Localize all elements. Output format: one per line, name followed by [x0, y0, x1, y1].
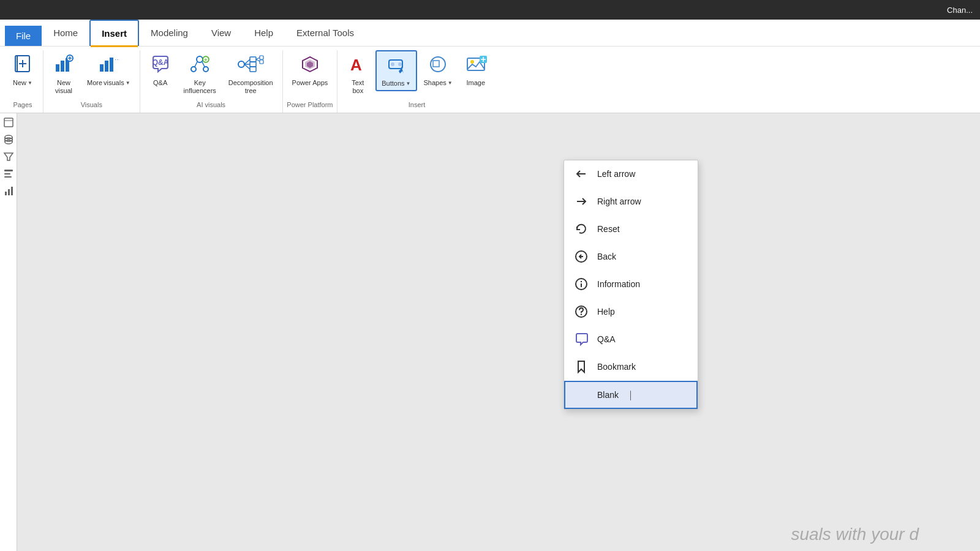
more-visuals-button[interactable]: ⋯ More visuals ▼	[81, 50, 136, 90]
ribbon-group-pages: New ▼ Pages	[2, 50, 43, 113]
svg-rect-60	[8, 189, 10, 195]
dropdown-qanda[interactable]: Q&A	[564, 326, 698, 353]
dropdown-right-arrow[interactable]: Right arrow	[564, 188, 698, 216]
sidebar-format-icon[interactable]	[2, 167, 15, 181]
dropdown-back[interactable]: Back	[564, 243, 698, 271]
shapes-label: Shapes	[424, 79, 447, 87]
tab-strip: File Home Insert Modeling View Help Exte…	[0, 20, 980, 47]
decomp-tree-icon	[236, 53, 265, 78]
right-arrow-label: Right arrow	[597, 197, 641, 206]
shapes-button[interactable]: Shapes ▼	[418, 50, 458, 90]
key-influencers-icon: +	[189, 53, 211, 78]
information-icon	[574, 277, 589, 291]
right-arrow-icon	[574, 194, 589, 209]
more-visuals-label2: visuals	[104, 79, 124, 87]
main-canvas: suals with your d	[17, 113, 980, 551]
key-influencers-button[interactable]: + Key influencers	[178, 50, 222, 98]
blank-cursor: │	[628, 391, 633, 400]
svg-text:A: A	[350, 56, 362, 74]
qa-button[interactable]: Q&A Q&A	[144, 50, 177, 90]
sidebar-filter-icon[interactable]	[2, 150, 15, 163]
svg-point-39	[398, 62, 402, 66]
svg-rect-11	[105, 61, 108, 72]
svg-point-15	[197, 56, 203, 62]
tab-modeling[interactable]: Modeling	[139, 20, 200, 46]
decomp-label2: tree	[228, 87, 273, 95]
new-visual-button[interactable]: New visual	[47, 50, 80, 98]
svg-rect-61	[11, 187, 13, 195]
decomp-label1: Decomposition	[228, 79, 273, 87]
tab-external-tools[interactable]: External Tools	[285, 20, 366, 46]
key-influencers-label2: influencers	[184, 87, 216, 95]
dropdown-help[interactable]: Help	[564, 298, 698, 326]
new-visual-label2: visual	[55, 87, 72, 95]
buttons-button[interactable]: Buttons ▼	[375, 50, 417, 91]
shapes-dropdown-arrow: ▼	[448, 80, 453, 86]
svg-rect-58	[4, 176, 12, 178]
title-bar: Chan...	[0, 0, 980, 20]
svg-text:⋯: ⋯	[115, 56, 119, 63]
ai-visuals-group-label: AI visuals	[144, 100, 279, 111]
svg-rect-56	[4, 170, 13, 171]
visuals-group-label: Visuals	[47, 100, 136, 111]
insert-buttons: A Text box	[341, 50, 492, 98]
power-apps-icon	[299, 53, 321, 78]
qa-icon: Q&A	[149, 53, 172, 78]
ribbon-group-visuals: New visual ⋯ More	[43, 50, 140, 113]
blank-icon	[575, 388, 589, 402]
canvas-hint-text: suals with your d	[791, 525, 919, 544]
new-visual-icon	[53, 53, 75, 78]
tab-home[interactable]: Home	[42, 20, 89, 46]
new-dropdown-arrow: ▼	[28, 80, 32, 86]
tab-view[interactable]: View	[200, 20, 243, 46]
svg-point-54	[5, 138, 12, 141]
svg-rect-4	[56, 64, 59, 72]
power-apps-button[interactable]: Power Apps	[287, 50, 334, 90]
image-button[interactable]: Image	[459, 50, 492, 90]
bookmark-label: Bookmark	[597, 362, 636, 372]
svg-rect-59	[5, 192, 7, 195]
new-page-button[interactable]: New ▼	[6, 50, 39, 90]
qanda-label: Q&A	[597, 334, 616, 344]
more-visuals-icon: ⋯	[97, 53, 119, 78]
new-label: New	[13, 79, 26, 87]
svg-rect-27	[250, 62, 256, 67]
sidebar-analytics-icon[interactable]	[2, 184, 15, 198]
dropdown-left-arrow[interactable]: Left arrow	[564, 160, 698, 188]
decomp-tree-button[interactable]: Decomposition tree	[223, 50, 279, 98]
pages-group-label: Pages	[6, 100, 39, 111]
ribbon-group-power-platform: Power Apps Power Platform	[283, 50, 338, 113]
svg-point-70	[581, 314, 582, 315]
svg-point-44	[470, 60, 474, 64]
ribbon: File Home Insert Modeling View Help Exte…	[0, 20, 980, 113]
svg-point-16	[191, 67, 196, 72]
dropdown-blank[interactable]: Blank │	[564, 381, 698, 409]
tab-help[interactable]: Help	[243, 20, 285, 46]
svg-point-17	[203, 67, 208, 72]
qa-label: Q&A	[153, 79, 167, 87]
help-icon	[574, 304, 589, 319]
dropdown-bookmark[interactable]: Bookmark	[564, 353, 698, 381]
ribbon-group-insert: A Text box	[337, 50, 496, 113]
svg-rect-48	[4, 118, 13, 127]
svg-rect-31	[260, 56, 263, 59]
svg-point-38	[391, 62, 394, 66]
sidebar-data-icon[interactable]	[2, 133, 15, 146]
text-box-button[interactable]: A Text box	[341, 50, 374, 98]
insert-group-label: Insert	[341, 100, 492, 111]
power-apps-label1: Power Apps	[292, 79, 328, 87]
tab-file[interactable]: File	[5, 26, 42, 46]
new-visual-label: New	[55, 79, 72, 87]
power-platform-buttons: Power Apps	[287, 50, 334, 98]
bookmark-icon	[574, 359, 589, 374]
sidebar-pages-icon[interactable]	[2, 116, 15, 129]
dropdown-reset[interactable]: Reset	[564, 216, 698, 243]
dropdown-information[interactable]: Information	[564, 271, 698, 298]
svg-rect-26	[250, 57, 256, 62]
buttons-dropdown-arrow: ▼	[406, 81, 411, 86]
svg-text:Q&A: Q&A	[152, 58, 168, 67]
qanda-icon	[574, 332, 589, 347]
svg-point-22	[238, 61, 244, 67]
tab-insert[interactable]: Insert	[89, 20, 139, 46]
reset-label: Reset	[597, 224, 620, 234]
